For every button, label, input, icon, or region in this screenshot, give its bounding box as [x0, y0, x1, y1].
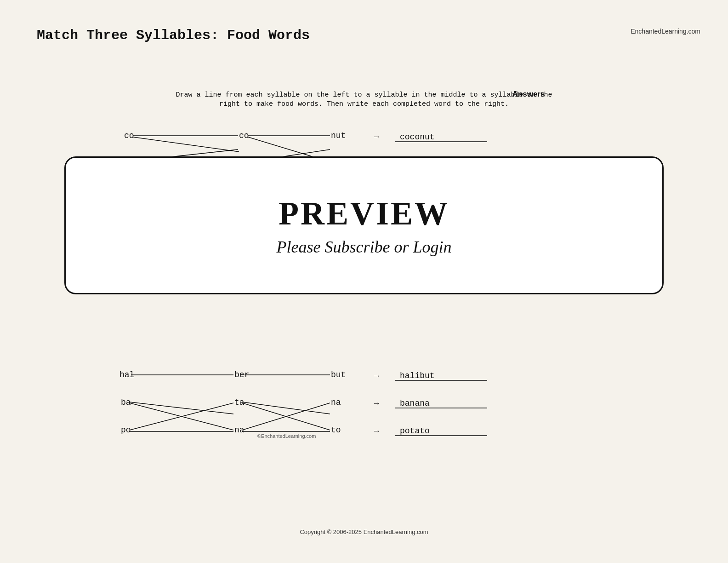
svg-line-2 — [133, 137, 239, 152]
row4-right: na — [331, 398, 341, 407]
preview-title: PREVIEW — [279, 195, 449, 233]
copyright: Copyright © 2006-2025 EnchantedLearning.… — [0, 529, 728, 535]
row1-answer: coconut — [400, 132, 435, 142]
row5-answer: potato — [400, 426, 430, 436]
row5-arrow: → — [372, 426, 381, 436]
row1-arrow: → — [372, 132, 381, 141]
instruction-line1: Draw a line from each syllable on the le… — [176, 91, 552, 99]
row3-answer: halibut — [400, 371, 435, 380]
row3-arrow: → — [372, 371, 381, 380]
row1-mid: co — [239, 131, 249, 140]
row4-answer: banana — [400, 399, 430, 408]
svg-line-19 — [242, 402, 330, 414]
row4-arrow: → — [372, 399, 381, 408]
row4-mid: ta — [234, 398, 245, 407]
watermark: ©EnchantedLearning.com — [257, 433, 316, 439]
row1-right: nut — [331, 131, 346, 140]
preview-subtitle: Please Subscribe or Login — [277, 237, 452, 257]
preview-box: PREVIEW Please Subscribe or Login — [64, 156, 664, 294]
svg-line-15 — [130, 402, 233, 414]
site-name: EnchantedLearning.com — [631, 28, 700, 35]
answers-label: Answers — [512, 90, 545, 98]
instruction-line2: right to make food words. Then write eac… — [219, 100, 509, 108]
row3-right: but — [331, 370, 346, 379]
row5-right: to — [331, 425, 341, 435]
row5-left: po — [121, 425, 131, 435]
page-title: Match Three Syllables: Food Words — [37, 28, 310, 43]
row4-left: ba — [121, 398, 131, 407]
row1-left: co — [124, 131, 134, 140]
